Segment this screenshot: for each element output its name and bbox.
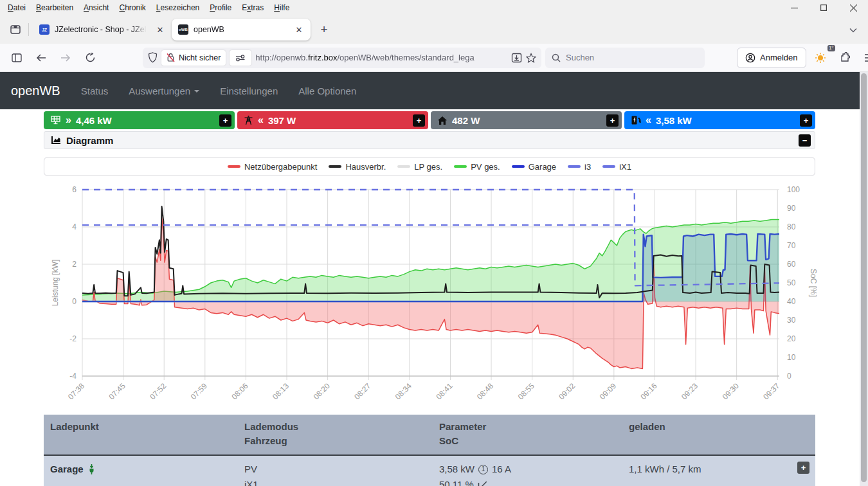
menu-datei[interactable]: Datei	[3, 1, 31, 14]
svg-text:Leistung [kW]: Leistung [kW]	[51, 260, 60, 307]
plug-charging-icon	[87, 464, 96, 474]
legend-swatch	[512, 165, 525, 168]
url-bar[interactable]: Nicht sicher http://openwb.fritz.box/ope…	[143, 48, 541, 68]
page-scrollbar[interactable]	[860, 72, 868, 486]
charge-badge-plus-button[interactable]: +	[800, 114, 812, 127]
bookmark-star-icon[interactable]	[526, 53, 536, 63]
menu-ansicht[interactable]: Ansicht	[78, 1, 114, 14]
nav-status[interactable]: Status	[76, 80, 114, 102]
chart-legend: Netzübergabepunkt Hausverbr. LP ges. PV …	[44, 157, 815, 176]
search-bar[interactable]: Suchen	[545, 48, 705, 68]
nav-einstellungen[interactable]: Einstellungen	[215, 80, 283, 102]
table-row[interactable]: Garage PV iX1 3,58 kW 1 16 A 50.11 %	[44, 455, 815, 486]
diagram-panel-header[interactable]: Diagramm −	[44, 131, 815, 149]
col-parameter: Parameter	[439, 420, 622, 434]
svg-text:10: 10	[787, 353, 796, 362]
minimize-button[interactable]	[779, 0, 809, 15]
svg-text:30: 30	[787, 316, 796, 325]
shield-icon[interactable]	[148, 52, 158, 63]
permissions-toggle-icon[interactable]	[230, 50, 251, 66]
new-tab-button[interactable]: +	[314, 20, 334, 39]
svg-text:08:48: 08:48	[475, 381, 495, 401]
chevron-down-icon	[194, 90, 199, 93]
house-badge-plus-button[interactable]: +	[606, 114, 619, 127]
tab2-close-icon[interactable]: ✕	[293, 23, 305, 36]
charging-station-icon	[631, 115, 641, 125]
legend-netzuebergabepunkt[interactable]: Netzübergabepunkt	[228, 162, 317, 172]
tab-list-chevron-icon[interactable]	[845, 22, 862, 39]
svg-text:08:20: 08:20	[312, 381, 332, 401]
legend-swatch	[397, 165, 410, 168]
menu-hilfe[interactable]: Hilfe	[269, 1, 294, 14]
edit-soc-icon[interactable]	[478, 480, 487, 486]
pv-power-badge[interactable]: » 4,46 kW +	[44, 111, 235, 129]
row-expand-button[interactable]: +	[797, 462, 809, 474]
navigation-toolbar: Nicht sicher http://openwb.fritz.box/ope…	[0, 44, 868, 72]
svg-text:20: 20	[787, 334, 796, 343]
tab1-title: JZelectronic - Shop - JZelectron	[55, 25, 149, 34]
panel-title: Diagramm	[66, 135, 113, 146]
power-chart: 6420-2-407:3807:4507:5207:5908:0608:1308…	[44, 181, 860, 413]
signin-button[interactable]: Anmelden	[737, 48, 806, 68]
sidebar-icon[interactable]	[6, 48, 27, 68]
tab-strip: JZ JZelectronic - Shop - JZelectron ✕ oW…	[0, 15, 868, 44]
back-button[interactable]	[31, 48, 51, 68]
grid-badge-plus-button[interactable]: +	[413, 114, 425, 127]
charge-power-badge[interactable]: « 3,58 kW +	[624, 111, 815, 129]
legend-garage[interactable]: Garage	[512, 162, 556, 172]
menu-hamburger-icon[interactable]	[859, 48, 868, 68]
url-text[interactable]: http://openwb.fritz.box/openWB/web/theme…	[255, 53, 507, 62]
legend-lp-ges[interactable]: LP ges.	[397, 162, 442, 172]
window-controls	[779, 0, 868, 15]
svg-text:07:59: 07:59	[189, 381, 209, 401]
tab-separator	[28, 23, 29, 36]
table-header: Ladepunkt LademodusFahrzeug ParameterSoC…	[44, 415, 815, 455]
legend-swatch	[329, 165, 341, 168]
site-brand[interactable]: openWB	[11, 84, 60, 98]
maximize-button[interactable]	[809, 0, 838, 15]
extension-icon[interactable]	[835, 48, 855, 68]
svg-text:09:37: 09:37	[761, 381, 781, 401]
site-security-chip[interactable]: Nicht sicher	[161, 50, 226, 66]
reload-button[interactable]	[80, 48, 100, 68]
save-page-icon[interactable]	[511, 53, 522, 63]
browser-window: { "window": { "menu": [ {"label":"Datei"…	[0, 0, 868, 486]
house-power-badge[interactable]: 482 W +	[431, 111, 622, 129]
collapse-panel-button[interactable]: −	[799, 134, 811, 147]
legend-i3[interactable]: i3	[568, 162, 591, 172]
menu-profile[interactable]: Profile	[204, 1, 237, 14]
solar-panel-icon	[50, 115, 61, 125]
close-button[interactable]	[838, 0, 868, 15]
legend-swatch	[602, 165, 615, 168]
menu-chronik[interactable]: Chronik	[114, 1, 150, 14]
flow-chevron: »	[66, 114, 71, 126]
forward-button[interactable]	[55, 48, 76, 68]
menu-lesezeichen[interactable]: Lesezeichen	[151, 1, 204, 14]
menu-bearbeiten[interactable]: Bearbeiten	[31, 1, 78, 14]
svg-text:50: 50	[787, 278, 796, 287]
firefox-view-icon[interactable]	[5, 19, 26, 40]
chart-area-icon	[51, 136, 61, 145]
tab-openwb[interactable]: oWB openWB ✕	[172, 19, 311, 40]
status-badges-row: » 4,46 kW + « 397 W + 482 W + « 3,58 kW …	[44, 111, 815, 129]
menu-extras[interactable]: Extras	[237, 1, 269, 14]
scrollbar-thumb[interactable]	[861, 73, 867, 482]
svg-text:07:38: 07:38	[66, 381, 86, 401]
charged-energy: 1,1 kWh / 5,7 km	[629, 462, 791, 477]
legend-ix1[interactable]: iX1	[602, 162, 631, 172]
pv-badge-plus-button[interactable]: +	[219, 114, 231, 127]
nav-auswertungen[interactable]: Auswertungen	[123, 80, 204, 102]
tab-jzelectronic[interactable]: JZ JZelectronic - Shop - JZelectron ✕	[33, 19, 172, 40]
svg-text:6: 6	[72, 185, 77, 194]
legend-hausverbrauch[interactable]: Hausverbr.	[329, 162, 386, 172]
tab1-close-icon[interactable]: ✕	[154, 23, 167, 36]
nav-alle-optionen[interactable]: Alle Optionen	[293, 80, 361, 102]
svg-text:08:34: 08:34	[393, 381, 413, 401]
svg-text:08:13: 08:13	[271, 381, 291, 401]
col-soc: SoC	[439, 434, 622, 448]
weather-extension-icon[interactable]: 1°	[810, 48, 831, 68]
svg-text:100: 100	[787, 185, 800, 194]
legend-pv-ges[interactable]: PV ges.	[454, 162, 500, 172]
phase-count-icon: 1	[478, 465, 488, 474]
grid-power-badge[interactable]: « 397 W +	[237, 111, 428, 129]
